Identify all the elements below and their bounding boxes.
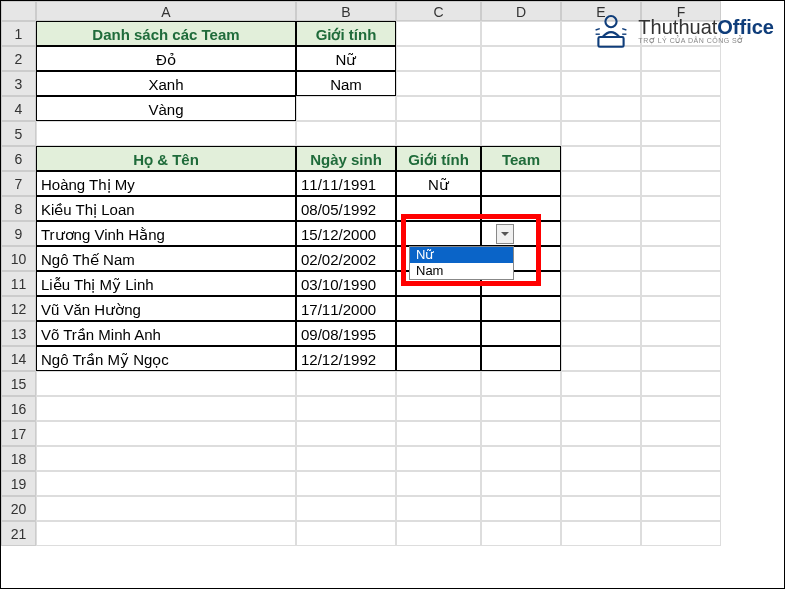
col-header[interactable]: A [36,1,296,21]
cell[interactable] [396,321,481,346]
cell[interactable]: Họ & Tên [36,146,296,171]
cell[interactable]: Kiều Thị Loan [36,196,296,221]
cell[interactable] [481,371,561,396]
cell[interactable]: 03/10/1990 [296,271,396,296]
cell[interactable] [481,71,561,96]
dropdown-option[interactable]: Nữ [410,247,513,263]
cell[interactable] [396,521,481,546]
row-header[interactable]: 14 [1,346,36,371]
cell[interactable] [36,396,296,421]
cell[interactable]: Ngô Thế Nam [36,246,296,271]
cell[interactable] [561,271,641,296]
cell[interactable]: Ngày sinh [296,146,396,171]
cell[interactable] [396,446,481,471]
cell[interactable] [481,221,561,246]
row-header[interactable]: 8 [1,196,36,221]
cell[interactable] [641,71,721,96]
row-header[interactable]: 9 [1,221,36,246]
cell[interactable] [641,246,721,271]
cell[interactable]: Ngô Trần Mỹ Ngọc [36,346,296,371]
cell[interactable] [481,396,561,421]
cell[interactable]: 11/11/1991 [296,171,396,196]
cell[interactable]: Team [481,146,561,171]
cell[interactable] [36,496,296,521]
cell[interactable] [481,196,561,221]
cell[interactable] [641,471,721,496]
cell[interactable] [296,421,396,446]
row-header[interactable]: 21 [1,521,36,546]
cell[interactable] [561,71,641,96]
row-header[interactable]: 18 [1,446,36,471]
cell[interactable] [296,96,396,121]
cell[interactable] [481,121,561,146]
row-header[interactable]: 4 [1,96,36,121]
cell[interactable]: 17/11/2000 [296,296,396,321]
cell[interactable] [36,446,296,471]
cell[interactable] [296,446,396,471]
cell[interactable]: Nữ [396,171,481,196]
cell[interactable] [481,421,561,446]
cell[interactable] [641,121,721,146]
cell[interactable] [36,471,296,496]
cell[interactable] [561,196,641,221]
cell[interactable] [641,271,721,296]
cell[interactable] [481,446,561,471]
cell[interactable]: 09/08/1995 [296,321,396,346]
cell[interactable] [561,371,641,396]
cell[interactable]: 12/12/1992 [296,346,396,371]
cell[interactable] [641,96,721,121]
cell[interactable] [481,496,561,521]
row-header[interactable]: 16 [1,396,36,421]
cell[interactable] [296,121,396,146]
cell[interactable] [396,196,481,221]
cell[interactable]: Hoàng Thị My [36,171,296,196]
dropdown-option[interactable]: Nam [410,263,513,279]
cell[interactable] [561,146,641,171]
cell[interactable] [481,21,561,46]
cell[interactable]: Đỏ [36,46,296,71]
cell[interactable]: Vũ Văn Hường [36,296,296,321]
cell[interactable] [481,171,561,196]
cell[interactable] [561,246,641,271]
cell[interactable]: 08/05/1992 [296,196,396,221]
cell[interactable] [641,346,721,371]
cell[interactable] [481,321,561,346]
cell[interactable] [561,96,641,121]
cell[interactable] [561,421,641,446]
cell[interactable] [561,496,641,521]
cell[interactable] [561,296,641,321]
cell[interactable] [396,96,481,121]
cell[interactable] [396,21,481,46]
cell[interactable] [396,71,481,96]
row-header[interactable]: 6 [1,146,36,171]
cell[interactable] [561,121,641,146]
cell[interactable] [396,346,481,371]
cell[interactable]: Nam [296,71,396,96]
cell[interactable] [481,46,561,71]
cell[interactable] [641,521,721,546]
row-header[interactable]: 13 [1,321,36,346]
cell[interactable] [396,421,481,446]
cell[interactable] [481,521,561,546]
cell[interactable]: Xanh [36,71,296,96]
cell[interactable] [396,371,481,396]
row-header[interactable]: 17 [1,421,36,446]
row-header[interactable]: 10 [1,246,36,271]
cell[interactable]: Trương Vinh Hằng [36,221,296,246]
row-header[interactable]: 15 [1,371,36,396]
cell[interactable] [641,371,721,396]
cell[interactable] [296,471,396,496]
row-header[interactable]: 11 [1,271,36,296]
cell[interactable] [641,446,721,471]
cell[interactable] [396,121,481,146]
cell[interactable] [396,396,481,421]
cell[interactable]: Võ Trần Minh Anh [36,321,296,346]
row-header[interactable]: 5 [1,121,36,146]
cell[interactable]: 02/02/2002 [296,246,396,271]
row-header[interactable]: 12 [1,296,36,321]
cell[interactable] [641,171,721,196]
cell[interactable]: Giới tính [296,21,396,46]
cell[interactable] [641,321,721,346]
cell[interactable] [561,396,641,421]
cell[interactable]: Giới tính [396,146,481,171]
